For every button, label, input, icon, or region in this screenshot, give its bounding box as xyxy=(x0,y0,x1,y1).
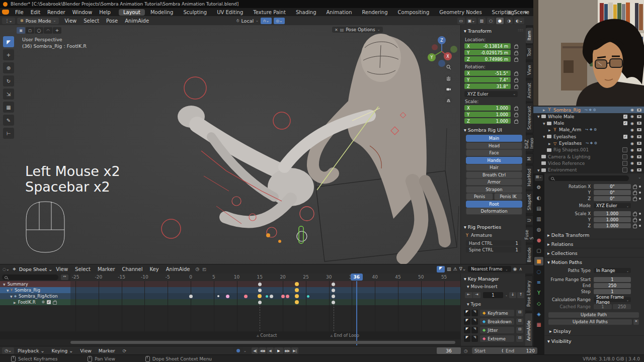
keyframe-dot[interactable] xyxy=(226,295,229,298)
update-all-paths-button[interactable]: Update All Paths xyxy=(548,319,632,325)
prop-rotation-1-field[interactable]: 0° xyxy=(594,190,631,195)
frame-end-field[interactable]: End 120 xyxy=(503,347,537,354)
rig-button-deformation[interactable]: Deformation xyxy=(466,208,522,215)
keyframe-dot[interactable] xyxy=(295,288,299,292)
select-mode-tweak[interactable]: ▣ xyxy=(17,27,25,34)
toolbar-transform-tool[interactable]: ▦ xyxy=(3,102,14,113)
select-cursor-button[interactable]: ◤ xyxy=(437,266,445,273)
editor-type-button[interactable]: ⋮⌄ xyxy=(2,18,15,24)
transform-panel-header[interactable]: ▾ Transform xyxy=(464,28,492,34)
snap-magnet-button[interactable]: ∩⌄ xyxy=(261,18,272,24)
menu-help[interactable]: Help xyxy=(96,10,114,15)
playback-prev-frame[interactable]: ◀ xyxy=(267,347,274,354)
proportional-dot-button[interactable]: ◉ xyxy=(513,266,517,272)
toolbar-cursor-tool[interactable]: + xyxy=(3,49,14,60)
visibility-eye-icon[interactable]: ◉ xyxy=(630,108,634,112)
outliner-row[interactable]: Rig Shapes.001◉ xyxy=(533,147,644,153)
lock-icon[interactable] xyxy=(633,213,637,216)
lock-icon[interactable] xyxy=(514,45,518,49)
sync-icon[interactable]: ⟳ xyxy=(123,348,127,353)
expand-arrow[interactable]: ▶ xyxy=(548,142,552,145)
render-camera-icon[interactable] xyxy=(637,162,641,165)
select-mode-circle-select[interactable]: ◯ xyxy=(35,27,43,34)
playback-jump-to-start[interactable]: ◀| xyxy=(252,347,259,354)
visibility-eye-icon[interactable]: ◉ xyxy=(630,168,634,172)
key-manager-header[interactable]: ▾ Key Manager xyxy=(464,276,499,282)
rig-prop-hand-ctrl[interactable]: Hand CTRL1 xyxy=(466,240,521,246)
n-panel-tab-blende[interactable]: Blende xyxy=(526,244,533,265)
channel-summary[interactable]: ▼Summary xyxy=(0,281,70,287)
location-z-field[interactable]: Z0.74986 m xyxy=(464,56,511,62)
lock-icon[interactable] xyxy=(633,219,637,222)
keyframe-dot[interactable] xyxy=(281,295,285,298)
mp-step-field[interactable]: 1 xyxy=(594,289,631,294)
xray-toggle-button[interactable]: ▥ xyxy=(478,18,486,24)
rotation-mode-dropdown[interactable]: XYZ Euler⌄ xyxy=(464,91,518,97)
outliner-row[interactable]: ▶YSombra_Rig↪ ❖ ⚙◉ xyxy=(533,107,644,113)
mode-selector[interactable]: ✲ Pose Mode ⌄ xyxy=(17,18,59,24)
playback-next-keyframe[interactable]: ◆▶ xyxy=(284,347,291,354)
falloff-curve-button[interactable]: ∧ xyxy=(519,266,522,272)
zoom-tool-icon[interactable] xyxy=(445,63,452,71)
checkbox-checked-icon[interactable]: ✓ xyxy=(623,115,627,119)
properties-editor-type-button[interactable]: ▤⌄ xyxy=(535,175,543,181)
checkbox-unchecked-icon[interactable] xyxy=(622,154,627,159)
snap-corner-icon[interactable]: ◰ xyxy=(202,267,206,272)
ds-menu-animaide[interactable]: AnimAide xyxy=(163,266,194,272)
expand-arrow[interactable]: ▼ xyxy=(537,168,541,172)
current-frame-badge[interactable]: 36 xyxy=(351,274,363,281)
workspace-tab-rendering[interactable]: Rendering xyxy=(357,9,392,16)
keyframe-dot[interactable] xyxy=(295,282,299,286)
delete-keys-button[interactable]: ⊟ xyxy=(516,335,523,342)
expand-arrow[interactable]: ▶ xyxy=(548,128,552,132)
scale-z-field[interactable]: Z1.000 xyxy=(464,118,511,124)
pose-options-bar[interactable]: ✕ ▤ Pose Options ⌄ xyxy=(332,27,383,33)
rig-ui-panel-header[interactable]: ▾ Sombra Rig UI xyxy=(464,127,502,133)
checkbox-checked-icon[interactable]: ✓ xyxy=(623,135,627,139)
lock-icon[interactable] xyxy=(633,225,637,228)
properties-tab-constraints[interactable]: ≡ xyxy=(534,278,543,287)
lock-icon[interactable] xyxy=(633,192,637,195)
n-panel-tab-shapek[interactable]: ShapeK xyxy=(526,191,533,214)
animate-dot[interactable] xyxy=(639,186,641,188)
render-camera-icon[interactable] xyxy=(637,109,641,112)
filter-funnel-button[interactable]: ∇⌄ xyxy=(459,266,466,272)
update-path-button[interactable]: Update Path xyxy=(548,312,639,318)
location-x-field[interactable]: X-0.13814 m xyxy=(464,43,511,49)
timeline-editor-type-button[interactable]: ◷⌄ xyxy=(2,347,14,354)
properties-tab-texture[interactable]: ▦ xyxy=(534,320,543,329)
visibility-eye-icon[interactable]: ◉ xyxy=(630,148,634,152)
insert-down-button[interactable]: ↓ xyxy=(509,292,516,298)
expand-arrow[interactable]: ▼ xyxy=(543,122,547,125)
shading-solid-button[interactable]: ● xyxy=(496,18,504,24)
rig-button-penis-ik[interactable]: Penis IK xyxy=(494,193,522,200)
menu-edit[interactable]: Edit xyxy=(27,10,44,15)
rig-button-strapon[interactable]: Strapon xyxy=(466,186,522,193)
toolbar-measure-tool[interactable]: ⊢ xyxy=(3,128,14,139)
keyframe-dot[interactable] xyxy=(258,283,262,286)
keyframe-dot[interactable] xyxy=(286,295,289,298)
section-delta-transform[interactable]: ▸ Delta Transform xyxy=(547,232,589,238)
toolbar-move-tool[interactable]: ⊕ xyxy=(3,62,14,73)
rotation-z-field[interactable]: Z31.8° xyxy=(464,83,511,89)
n-panel-tab-u[interactable]: U xyxy=(526,215,533,225)
move-insert-header[interactable]: ▾ Move-Insert xyxy=(467,284,498,289)
insert-amount-field[interactable]: 1 xyxy=(483,292,503,298)
expand-arrow[interactable]: ▶ xyxy=(14,301,16,304)
outliner-row[interactable]: ▶YMale_Arm↪ ❖ ⚙◉ xyxy=(533,127,644,133)
render-camera-icon[interactable] xyxy=(637,122,641,125)
outliner-row[interactable]: ▼Environment◉ xyxy=(533,167,644,173)
select-mode-lasso-select[interactable]: ◠ xyxy=(44,27,52,34)
blender-menu-icon[interactable] xyxy=(2,10,9,15)
toolbar-rotate-tool[interactable]: ↻ xyxy=(3,75,14,86)
workspace-tab-uv-editing[interactable]: UV Editing xyxy=(212,9,248,16)
animate-dot[interactable] xyxy=(639,225,641,227)
channel-footik-r[interactable]: ▶FootIK.R⚙✓ xyxy=(0,299,70,305)
animate-dot[interactable] xyxy=(639,219,641,221)
keyframe-dot[interactable] xyxy=(332,295,335,298)
render-camera-icon[interactable] xyxy=(637,148,641,151)
n-panel-tab-tool[interactable]: Tool xyxy=(526,45,533,60)
n-panel-tab-hairmod[interactable]: HairMod xyxy=(526,165,533,190)
type-header[interactable]: ▾ Type xyxy=(467,302,481,307)
render-camera-icon[interactable] xyxy=(637,135,641,138)
